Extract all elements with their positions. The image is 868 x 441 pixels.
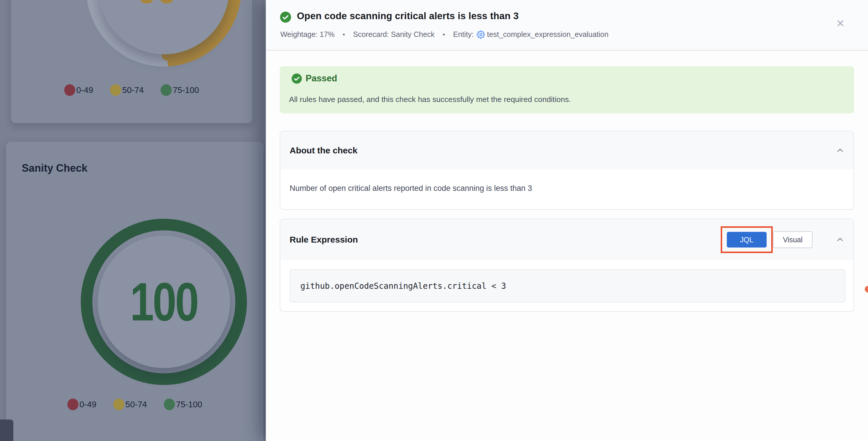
about-check-header[interactable]: About the check [280,131,854,169]
background-corner-block [0,419,13,441]
tab-jql[interactable]: JQL [727,232,767,248]
jql-tab-highlight-box: JQL [721,226,773,253]
about-check-card: About the check Number of open critical … [280,131,854,210]
legend-dot-gold [110,84,121,96]
check-circle-icon [280,11,291,23]
bullet-separator: • [443,31,445,38]
legend-label: 0-49 [80,400,96,409]
scorecard-title: Sanity Check [22,162,87,174]
rule-expression-card: Rule Expression JQL Visual github.openCo… [280,219,854,312]
legend-dot-green [161,84,172,96]
chevron-up-icon[interactable] [835,235,845,244]
tab-visual[interactable]: Visual [773,231,812,248]
section-title: Rule Expression [290,235,358,245]
legend-item-low[interactable]: 0-49 [67,399,96,410]
edge-notification-dot [865,286,868,292]
status-description: All rules have passed, and this check ha… [289,95,571,104]
gauge-legend: 0-49 50-74 75-100 [6,399,264,410]
weightage-value: Weightage: 17% [280,30,335,39]
close-icon [835,18,845,28]
legend-label: 75-100 [173,86,199,95]
gauge-legend: 0-49 50-74 75-100 [11,84,252,96]
legend-label: 50-74 [122,86,144,95]
chevron-up-icon[interactable] [835,146,845,155]
entity-name: test_complex_expression_evaluation [487,30,609,39]
scorecard-card-top: 0-49 50-74 75-100 [11,0,252,123]
entity-label: Entity: [453,30,474,39]
legend-label: 75-100 [176,400,202,409]
header-divider [266,50,868,51]
legend-dot-green [164,399,175,410]
legend-dot-red [64,84,75,96]
scorecard-value: Scorecard: Sanity Check [353,30,435,39]
close-button[interactable] [835,18,846,29]
scorecard-card-sanity: Sanity Check 100 0-49 50-74 75-100 [6,142,264,441]
check-meta-row: Weightage: 17% • Scorecard: Sanity Check… [280,30,609,39]
legend-item-mid[interactable]: 50-74 [113,399,147,410]
check-circle-icon [292,73,302,84]
legend-item-mid[interactable]: 50-74 [110,84,144,96]
status-title: Passed [306,73,337,84]
legend-item-low[interactable]: 0-49 [64,84,93,96]
legend-item-high[interactable]: 75-100 [161,84,199,96]
legend-item-high[interactable]: 75-100 [164,399,202,410]
check-details-panel: Open code scanning critical alerts is le… [266,0,868,441]
gear-icon [477,31,485,39]
sanity-gauge-score: 100 [111,235,217,368]
legend-label: 50-74 [125,400,147,409]
rule-expression-header: Rule Expression JQL Visual [280,219,854,260]
page-title: Open code scanning critical alerts is le… [297,10,519,22]
legend-dot-red [67,399,79,410]
legend-dot-gold [113,399,124,410]
passed-status-banner: Passed All rules have passed, and this c… [280,66,854,113]
bullet-separator: • [343,31,345,38]
rule-expression-code-box: github.openCodeScanningAlerts.critical <… [290,269,845,303]
about-check-body: Number of open critical alerts reported … [290,184,532,193]
legend-label: 0-49 [76,86,93,95]
rule-expression-code: github.openCodeScanningAlerts.critical <… [300,281,506,291]
section-title: About the check [290,146,357,155]
panel-header: Open code scanning critical alerts is le… [266,0,868,50]
dashboard-backdrop: 0-49 50-74 75-100 Sanity Check 100 0-49 … [0,0,266,441]
